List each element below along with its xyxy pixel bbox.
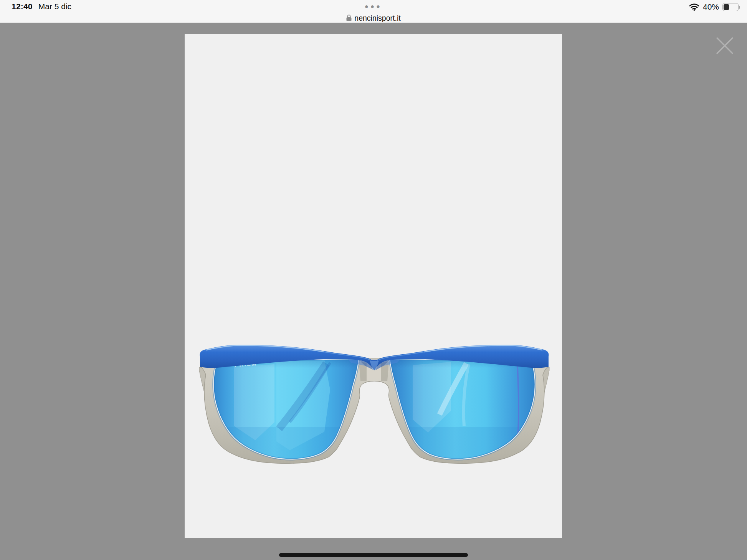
battery-percent-label: 40% (703, 2, 719, 12)
status-indicators: 40% (689, 2, 739, 12)
wifi-icon (689, 3, 699, 11)
tab-pages-dots-icon[interactable]: ••• (0, 2, 747, 12)
address-bar[interactable]: nencinisport.it (0, 14, 747, 22)
product-image-panel[interactable]: PRIZM (185, 34, 562, 538)
lock-icon (346, 15, 352, 21)
battery-nub (739, 6, 740, 9)
close-x-icon (716, 37, 734, 55)
status-bar: 12:40 Mar 5 dic ••• nencinisport.it 40% (0, 0, 747, 23)
sunglasses-image: PRIZM (198, 344, 551, 466)
lightbox-overlay[interactable]: PRIZM (0, 23, 747, 560)
battery-icon (722, 3, 739, 11)
close-button[interactable] (714, 35, 735, 56)
address-bar-domain: nencinisport.it (354, 14, 400, 23)
battery-fill (724, 4, 729, 10)
home-indicator[interactable] (279, 553, 468, 557)
